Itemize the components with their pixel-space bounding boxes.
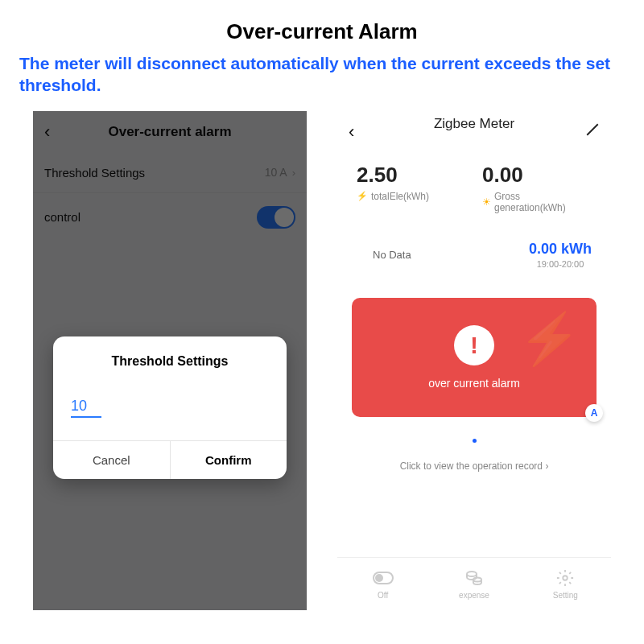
page-subtitle: The meter will disconnect automatically … bbox=[19, 52, 625, 97]
tab-setting-label: Setting bbox=[553, 591, 578, 600]
tab-setting[interactable]: Setting bbox=[520, 558, 611, 610]
total-ele-value: 2.50 bbox=[357, 163, 466, 188]
cancel-button[interactable]: Cancel bbox=[53, 441, 171, 479]
dialog-title: Threshold Settings bbox=[53, 336, 287, 375]
tabbar: Off expense Setting bbox=[337, 557, 611, 610]
total-ele-label: totalEle(kWh) bbox=[371, 191, 429, 202]
threshold-dialog: Threshold Settings Cancel Confirm bbox=[53, 336, 287, 479]
bolt-icon: ⚡ bbox=[357, 191, 368, 201]
toggle-off-icon bbox=[373, 572, 394, 584]
svg-point-0 bbox=[467, 572, 477, 576]
kwh-time: 19:00-20:00 bbox=[529, 259, 592, 269]
alarm-text: over current alarm bbox=[428, 377, 520, 390]
coins-icon bbox=[464, 568, 484, 588]
operation-record-link[interactable]: Click to view the operation record › bbox=[337, 460, 611, 472]
tab-expense-label: expense bbox=[459, 591, 489, 600]
alert-icon: ! bbox=[454, 325, 494, 365]
tab-off[interactable]: Off bbox=[337, 558, 428, 610]
gross-gen-metric: 0.00 ☀Gross generation(kWh) bbox=[482, 163, 592, 213]
confirm-button[interactable]: Confirm bbox=[171, 441, 287, 479]
settings-screen: ‹ Over-current alarm Threshold Settings … bbox=[33, 111, 307, 610]
gross-gen-label: Gross generation(kWh) bbox=[494, 191, 592, 213]
page-title: Over-current Alarm bbox=[19, 19, 625, 44]
alarm-badge[interactable]: A bbox=[585, 404, 603, 422]
alarm-card[interactable]: ⚡ ! over current alarm A bbox=[352, 298, 597, 417]
tab-expense[interactable]: expense bbox=[428, 558, 519, 610]
total-ele-metric: 2.50 ⚡totalEle(kWh) bbox=[357, 163, 466, 213]
kwh-reading: 0.00 kWh 19:00-20:00 bbox=[529, 241, 592, 269]
gross-gen-value: 0.00 bbox=[482, 163, 592, 188]
tab-off-label: Off bbox=[378, 591, 388, 600]
kwh-value: 0.00 kWh bbox=[529, 241, 592, 258]
sun-icon: ☀ bbox=[482, 196, 491, 208]
page-indicator bbox=[337, 431, 611, 446]
meter-title: Zigbee Meter bbox=[337, 116, 611, 132]
threshold-input[interactable] bbox=[71, 398, 101, 418]
svg-point-2 bbox=[564, 576, 568, 580]
no-data-label: No Data bbox=[357, 249, 529, 261]
lightning-bg-icon: ⚡ bbox=[518, 309, 580, 368]
gear-icon bbox=[556, 568, 574, 588]
meter-screen: ‹ Zigbee Meter 2.50 ⚡totalEle(kWh) 0.00 … bbox=[337, 111, 611, 610]
meter-header: ‹ Zigbee Meter bbox=[337, 111, 611, 153]
